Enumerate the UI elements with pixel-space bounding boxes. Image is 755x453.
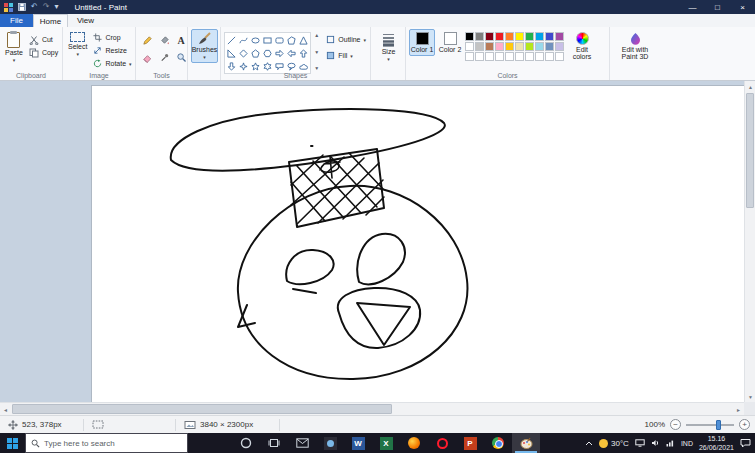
shapes-scroll-up-icon[interactable]: ▲ bbox=[314, 32, 319, 38]
redo-icon[interactable]: ↷ bbox=[43, 3, 50, 11]
taskbar-firefox-button[interactable] bbox=[400, 433, 428, 453]
edit-with-paint3d-button[interactable]: Edit with Paint 3D bbox=[613, 29, 657, 63]
palette-swatch[interactable] bbox=[555, 32, 564, 41]
color2-button[interactable]: Color 2 bbox=[437, 29, 463, 56]
size-button[interactable]: Size ▾ bbox=[374, 29, 403, 65]
taskbar-search-input[interactable]: Type here to search bbox=[25, 433, 188, 453]
text-tool-button[interactable]: A bbox=[173, 32, 189, 48]
palette-swatch[interactable] bbox=[555, 42, 564, 51]
taskbar-cortana-button[interactable] bbox=[232, 433, 260, 453]
palette-empty-slot[interactable] bbox=[475, 52, 484, 61]
scroll-up-icon[interactable]: ▲ bbox=[745, 81, 755, 92]
palette-swatch[interactable] bbox=[485, 32, 494, 41]
horizontal-scrollbar[interactable]: ◄ ► bbox=[0, 402, 744, 415]
palette-empty-slot[interactable] bbox=[525, 52, 534, 61]
cut-button[interactable]: Cut bbox=[27, 33, 60, 46]
display-icon[interactable] bbox=[635, 439, 645, 447]
rotate-button[interactable]: Rotate ▾ bbox=[91, 57, 133, 70]
triangle-shape[interactable] bbox=[298, 34, 309, 46]
palette-swatch[interactable] bbox=[505, 32, 514, 41]
palette-swatch[interactable] bbox=[535, 32, 544, 41]
palette-swatch[interactable] bbox=[485, 42, 494, 51]
zoom-in-button[interactable]: + bbox=[739, 419, 750, 430]
tab-view[interactable]: View bbox=[68, 14, 103, 27]
resize-button[interactable]: Resize bbox=[91, 44, 133, 57]
crop-button[interactable]: Crop bbox=[91, 31, 133, 44]
palette-swatch[interactable] bbox=[525, 32, 534, 41]
taskbar-task-view-button[interactable] bbox=[260, 433, 288, 453]
taskbar-powerpoint-button[interactable]: P bbox=[456, 433, 484, 453]
palette-empty-slot[interactable] bbox=[545, 52, 554, 61]
rounded-rectangle-shape[interactable] bbox=[274, 34, 285, 46]
taskbar-excel-button[interactable]: X bbox=[372, 433, 400, 453]
palette-empty-slot[interactable] bbox=[485, 52, 494, 61]
vertical-scroll-thumb[interactable] bbox=[746, 93, 754, 208]
brushes-button[interactable]: Brushes ▾ bbox=[191, 29, 218, 63]
palette-swatch[interactable] bbox=[465, 32, 474, 41]
palette-swatch[interactable] bbox=[545, 42, 554, 51]
six-point-star-shape[interactable] bbox=[262, 60, 273, 72]
close-button[interactable]: × bbox=[730, 0, 755, 14]
shapes-scroll-down-icon[interactable]: ▼ bbox=[314, 49, 319, 55]
taskbar-photos-button[interactable] bbox=[316, 433, 344, 453]
palette-empty-slot[interactable] bbox=[515, 52, 524, 61]
palette-swatch[interactable] bbox=[535, 42, 544, 51]
right-arrow-shape[interactable] bbox=[274, 47, 285, 59]
palette-empty-slot[interactable] bbox=[535, 52, 544, 61]
fill-tool-button[interactable] bbox=[156, 32, 172, 48]
language-indicator[interactable]: IND bbox=[681, 440, 693, 447]
hexagon-shape[interactable] bbox=[262, 47, 273, 59]
minimize-button[interactable]: — bbox=[680, 0, 705, 14]
palette-swatch[interactable] bbox=[495, 42, 504, 51]
select-button[interactable]: Select ▾ bbox=[66, 29, 89, 60]
palette-swatch[interactable] bbox=[475, 42, 484, 51]
pentagon-shape[interactable] bbox=[250, 47, 261, 59]
palette-empty-slot[interactable] bbox=[465, 52, 474, 61]
vertical-scrollbar[interactable]: ▲ ▼ bbox=[744, 81, 755, 402]
fill-button[interactable]: Fill ▾ bbox=[324, 49, 368, 62]
cloud-shape[interactable] bbox=[298, 60, 309, 72]
horizontal-scroll-thumb[interactable] bbox=[12, 404, 392, 414]
color-picker-tool-button[interactable] bbox=[156, 49, 172, 65]
undo-icon[interactable]: ↶ bbox=[31, 3, 38, 11]
drawing-canvas[interactable] bbox=[92, 86, 745, 402]
outline-button[interactable]: Outline ▾ bbox=[324, 33, 368, 46]
volume-icon[interactable] bbox=[651, 439, 660, 447]
palette-swatch[interactable] bbox=[515, 32, 524, 41]
taskbar-mail-button[interactable] bbox=[288, 433, 316, 453]
rectangle-shape[interactable] bbox=[262, 34, 273, 46]
zoom-slider-thumb[interactable] bbox=[716, 420, 721, 430]
maximize-button[interactable]: □ bbox=[705, 0, 730, 14]
palette-empty-slot[interactable] bbox=[505, 52, 514, 61]
paste-button[interactable]: Paste ▾ bbox=[3, 29, 25, 66]
eraser-tool-button[interactable] bbox=[139, 49, 155, 65]
copy-button[interactable]: Copy bbox=[27, 46, 60, 59]
palette-empty-slot[interactable] bbox=[555, 52, 564, 61]
diamond-shape[interactable] bbox=[238, 47, 249, 59]
palette-swatch[interactable] bbox=[515, 42, 524, 51]
qat-customize-chevron-icon[interactable]: ▾ bbox=[54, 3, 58, 11]
weather-widget[interactable]: 30°C bbox=[599, 439, 629, 448]
shapes-scrollbar[interactable]: ▲ ▼ ▼ bbox=[313, 32, 320, 71]
palette-swatch[interactable] bbox=[465, 42, 474, 51]
start-button[interactable] bbox=[0, 433, 25, 453]
up-arrow-shape[interactable] bbox=[298, 47, 309, 59]
line-shape[interactable] bbox=[226, 34, 237, 46]
taskbar-word-button[interactable]: W bbox=[344, 433, 372, 453]
five-point-star-shape[interactable] bbox=[250, 60, 261, 72]
right-triangle-shape[interactable] bbox=[226, 47, 237, 59]
down-arrow-shape[interactable] bbox=[226, 60, 237, 72]
scroll-down-icon[interactable]: ▼ bbox=[745, 391, 755, 402]
polygon-shape[interactable] bbox=[286, 34, 297, 46]
left-arrow-shape[interactable] bbox=[286, 47, 297, 59]
tray-chevron-up-icon[interactable] bbox=[585, 441, 593, 446]
palette-swatch[interactable] bbox=[545, 32, 554, 41]
curve-shape[interactable] bbox=[238, 34, 249, 46]
tab-home[interactable]: Home bbox=[33, 14, 68, 27]
edit-colors-button[interactable]: Edit colors bbox=[566, 29, 598, 63]
taskbar-chrome-button[interactable] bbox=[484, 433, 512, 453]
zoom-out-button[interactable]: − bbox=[670, 419, 681, 430]
taskbar-clock[interactable]: 15.16 26/06/2021 bbox=[699, 434, 734, 453]
oval-speech-bubble-shape[interactable] bbox=[286, 60, 297, 72]
palette-swatch[interactable] bbox=[495, 32, 504, 41]
